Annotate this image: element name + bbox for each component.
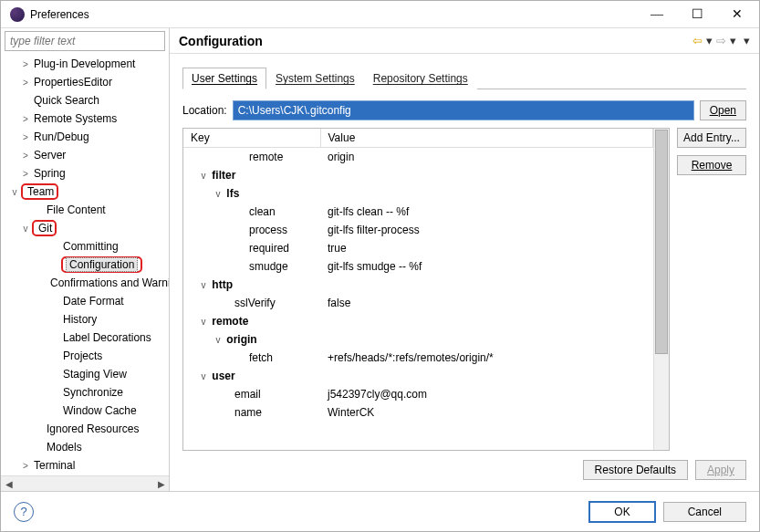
table-row[interactable]: v filter <box>183 166 653 184</box>
config-table[interactable]: Key Value remoteoriginv filterv lfsclean… <box>182 128 670 451</box>
tab-repository-settings[interactable]: Repository Settings <box>364 68 477 89</box>
tree-item[interactable]: Confirmations and Warnings <box>1 274 169 292</box>
tree-item[interactable]: >PropertiesEditor <box>1 73 169 91</box>
window-title: Preferences <box>30 8 637 21</box>
restore-defaults-button[interactable]: Restore Defaults <box>583 460 688 480</box>
table-row[interactable]: requiredtrue <box>183 239 653 257</box>
add-entry-button[interactable]: Add Entry... <box>677 128 746 148</box>
scroll-left-icon[interactable]: ◀ <box>1 479 16 489</box>
table-row[interactable]: v origin <box>183 330 653 349</box>
tree-item[interactable]: Models <box>1 438 169 456</box>
ok-button[interactable]: OK <box>588 501 655 523</box>
table-row[interactable]: v remote <box>183 312 653 330</box>
tab-user-settings[interactable]: User Settings <box>182 68 266 89</box>
scroll-right-icon[interactable]: ▶ <box>153 479 169 489</box>
apply-button[interactable]: Apply <box>695 460 746 480</box>
tree-item[interactable]: File Content <box>1 201 169 219</box>
tree-item[interactable]: Quick Search <box>1 91 169 110</box>
forward-icon[interactable]: ⇨ <box>716 34 726 47</box>
table-row[interactable]: cleangit-lfs clean -- %f <box>183 203 653 221</box>
filter-input[interactable] <box>5 31 165 51</box>
close-button[interactable]: ✕ <box>717 2 757 27</box>
table-row[interactable]: v http <box>183 276 653 294</box>
help-icon[interactable]: ? <box>14 502 34 522</box>
tree-item[interactable]: vGit <box>1 219 169 237</box>
table-row[interactable]: processgit-lfs filter-process <box>183 221 653 239</box>
view-menu-icon[interactable]: ▾ <box>744 34 750 47</box>
col-value[interactable]: Value <box>320 129 653 148</box>
nav-icons: ⇦▾ ⇨▾ ▾ <box>692 34 750 47</box>
table-row[interactable]: remoteorigin <box>183 148 653 166</box>
tree-item[interactable]: Ignored Resources <box>1 420 169 438</box>
table-row[interactable]: fetch+refs/heads/*:refs/remotes/origin/* <box>183 349 653 367</box>
remove-button[interactable]: Remove <box>677 155 746 175</box>
sidebar: >Plug-in Development>PropertiesEditorQui… <box>1 28 170 491</box>
title-bar: Preferences — ☐ ✕ <box>1 1 759 28</box>
app-icon <box>10 7 25 22</box>
page-title: Configuration <box>179 34 692 48</box>
tree-item[interactable]: >Spring <box>1 164 169 183</box>
location-input[interactable] <box>233 100 694 120</box>
tree-item[interactable]: vTeam <box>1 183 169 201</box>
vertical-scrollbar[interactable] <box>653 129 669 450</box>
tree-item[interactable]: >Plug-in Development <box>1 55 169 73</box>
tree-item[interactable]: Date Format <box>1 292 169 310</box>
tree-item[interactable]: Label Decorations <box>1 329 169 347</box>
tree-item[interactable]: >Remote Systems <box>1 110 169 128</box>
open-button[interactable]: Open <box>700 100 746 120</box>
tree-item[interactable]: Configuration <box>1 256 169 274</box>
tree-item[interactable]: Projects <box>1 347 169 365</box>
minimize-button[interactable]: — <box>637 2 677 27</box>
footer: ? OK Cancel <box>1 491 759 531</box>
tree-item[interactable]: Window Cache <box>1 402 169 420</box>
table-row[interactable]: smudgegit-lfs smudge -- %f <box>183 257 653 276</box>
tree-item[interactable]: Synchronize <box>1 383 169 402</box>
cancel-button[interactable]: Cancel <box>663 502 746 522</box>
tree-item[interactable]: History <box>1 310 169 329</box>
horizontal-scrollbar[interactable]: ◀ ▶ <box>1 475 169 491</box>
table-row[interactable]: emailj542397cly@qq.com <box>183 385 653 403</box>
table-row[interactable]: v user <box>183 367 653 385</box>
table-row[interactable]: v lfs <box>183 184 653 203</box>
tree-item[interactable]: >Terminal <box>1 456 169 475</box>
tab-bar: User Settings System Settings Repository… <box>182 67 746 89</box>
preferences-tree[interactable]: >Plug-in Development>PropertiesEditorQui… <box>1 53 169 475</box>
tree-item[interactable]: Staging View <box>1 365 169 383</box>
tree-item[interactable]: Committing <box>1 237 169 256</box>
maximize-button[interactable]: ☐ <box>677 2 717 27</box>
tree-item[interactable]: >Server <box>1 146 169 164</box>
tree-item[interactable]: >Run/Debug <box>1 128 169 146</box>
table-row[interactable]: sslVerifyfalse <box>183 294 653 312</box>
back-menu-icon[interactable]: ▾ <box>706 34 713 47</box>
col-key[interactable]: Key <box>183 129 320 148</box>
table-row[interactable]: nameWinterCK <box>183 403 653 422</box>
tab-system-settings[interactable]: System Settings <box>266 68 364 89</box>
forward-menu-icon[interactable]: ▾ <box>730 34 736 47</box>
location-label: Location: <box>182 104 227 117</box>
back-icon[interactable]: ⇦ <box>692 34 703 47</box>
content-pane: Configuration ⇦▾ ⇨▾ ▾ User Settings Syst… <box>170 28 759 491</box>
